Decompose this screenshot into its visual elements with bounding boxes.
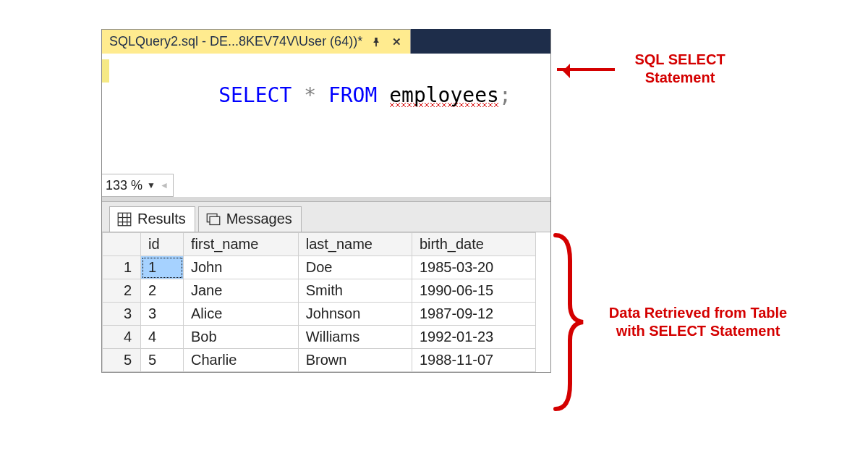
annotation-brace <box>548 232 584 413</box>
svg-rect-6 <box>210 216 220 224</box>
tab-messages-label: Messages <box>226 211 292 227</box>
cell[interactable]: 5 <box>141 349 184 372</box>
cell[interactable]: John <box>184 256 299 279</box>
table-row[interactable]: 2 2 Jane Smith 1990-06-15 <box>103 279 536 303</box>
table-identifier: employees <box>389 83 499 107</box>
kw-from: FROM <box>328 83 377 107</box>
row-number: 3 <box>103 303 141 326</box>
table-row[interactable]: 1 1 John Doe 1985-03-20 <box>103 256 536 279</box>
cell[interactable]: Brown <box>298 349 412 372</box>
table-row[interactable]: 3 3 Alice Johnson 1987-09-12 <box>103 303 536 326</box>
cell[interactable]: 1985-03-20 <box>412 256 535 279</box>
tab-results-label: Results <box>137 211 186 227</box>
cell[interactable]: Johnson <box>298 303 412 326</box>
change-marker <box>102 59 109 83</box>
cell[interactable]: 1992-01-23 <box>412 326 535 349</box>
col-first-name[interactable]: first_name <box>184 233 299 256</box>
messages-icon <box>206 212 221 227</box>
cell[interactable]: 1990-06-15 <box>412 279 535 303</box>
cell[interactable]: 4 <box>141 326 184 349</box>
cell[interactable]: Williams <box>298 326 412 349</box>
star: * <box>292 83 328 107</box>
row-number: 4 <box>103 326 141 349</box>
row-number: 1 <box>103 256 141 279</box>
pin-icon[interactable] <box>370 37 383 47</box>
cell[interactable]: 1 <box>141 256 184 279</box>
annotation-arrow <box>557 68 615 71</box>
document-title: SQLQuery2.sql - DE...8KEV74V\User (64))* <box>109 34 362 49</box>
row-number: 2 <box>103 279 141 303</box>
annotation-data: Data Retrieved from Table with SELECT St… <box>600 304 796 340</box>
table-row[interactable]: 5 5 Charlie Brown 1988-11-07 <box>103 349 536 372</box>
cell[interactable]: 2 <box>141 279 184 303</box>
cell[interactable]: Smith <box>298 279 412 303</box>
zoom-dropdown[interactable]: 133 % ▼ ◄ <box>102 174 174 197</box>
cell[interactable]: 3 <box>141 303 184 326</box>
svg-rect-0 <box>118 213 131 226</box>
close-icon[interactable]: ✕ <box>390 35 403 48</box>
grid-icon <box>117 212 132 227</box>
table-row[interactable]: 4 4 Bob Williams 1992-01-23 <box>103 326 536 349</box>
cell[interactable]: Charlie <box>184 349 299 372</box>
cell[interactable]: Alice <box>184 303 299 326</box>
cell[interactable]: 1988-11-07 <box>412 349 535 372</box>
col-last-name[interactable]: last_name <box>298 233 412 256</box>
row-number: 5 <box>103 349 141 372</box>
document-tab[interactable]: SQLQuery2.sql - DE...8KEV74V\User (64))*… <box>102 29 411 54</box>
semicolon: ; <box>499 83 511 107</box>
results-grid-wrap: id first_name last_name birth_date 1 1 J… <box>102 232 550 372</box>
cell[interactable]: Doe <box>298 256 412 279</box>
annotation-select: SQL SELECT Statement <box>622 51 738 87</box>
sql-code-line: SELECT * FROM employees; <box>145 59 511 131</box>
results-grid[interactable]: id first_name last_name birth_date 1 1 J… <box>102 232 536 372</box>
grid-corner <box>103 233 141 256</box>
chevron-down-icon: ▼ <box>147 180 156 190</box>
tab-results[interactable]: Results <box>109 206 195 232</box>
cell[interactable]: Bob <box>184 326 299 349</box>
col-birth-date[interactable]: birth_date <box>412 233 535 256</box>
cell[interactable]: Jane <box>184 279 299 303</box>
cell[interactable]: 1987-09-12 <box>412 303 535 326</box>
result-tab-strip: Results Messages <box>102 202 550 232</box>
results-pane: Results Messages id first_name last_name… <box>102 201 550 372</box>
ssms-window: SQLQuery2.sql - DE...8KEV74V\User (64))*… <box>101 29 551 373</box>
kw-select: SELECT <box>218 83 292 107</box>
col-id[interactable]: id <box>141 233 184 256</box>
document-tab-bar: SQLQuery2.sql - DE...8KEV74V\User (64))*… <box>102 29 550 54</box>
zoom-value: 133 % <box>106 178 142 193</box>
chevron-left-icon: ◄ <box>160 180 169 190</box>
tab-messages[interactable]: Messages <box>198 206 302 232</box>
sql-editor[interactable]: SELECT * FROM employees; 133 % ▼ ◄ <box>102 54 550 197</box>
